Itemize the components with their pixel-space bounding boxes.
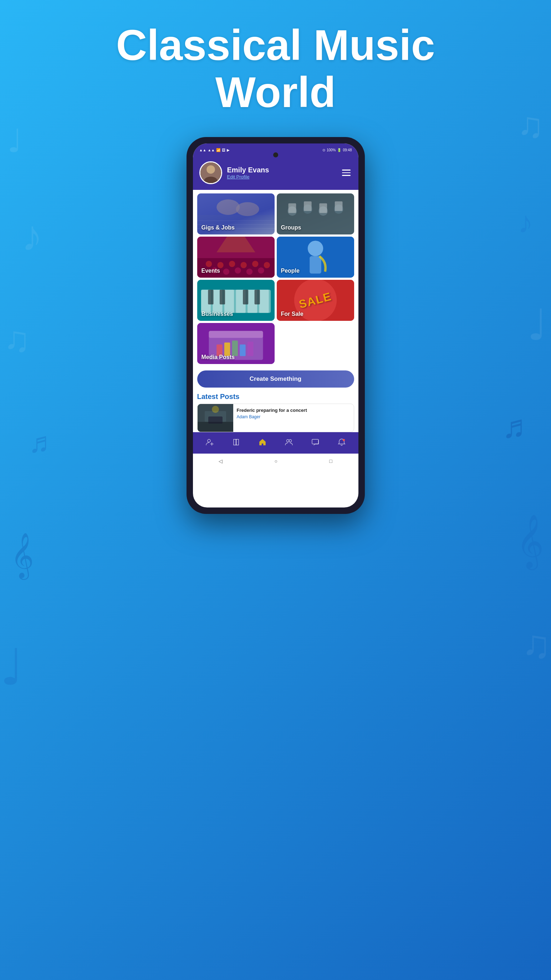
- for-sale-label: For Sale: [281, 311, 303, 317]
- svg-point-26: [264, 262, 270, 268]
- svg-rect-17: [319, 204, 327, 213]
- post-info: Frederic preparing for a concert Adam Ba…: [233, 404, 354, 432]
- svg-rect-47: [254, 290, 260, 304]
- user-info: Emily Evans Edit Profile: [227, 166, 336, 180]
- avatar: [199, 161, 222, 184]
- camera-dot: [273, 153, 278, 158]
- businesses-label: Businesses: [202, 311, 233, 317]
- events-label: Events: [202, 268, 220, 274]
- page-title: Classical Music World: [95, 21, 456, 116]
- svg-rect-45: [219, 290, 225, 304]
- avatar-image: [200, 162, 221, 183]
- category-grid: Gigs & Jobs: [193, 190, 359, 368]
- grid-item-groups[interactable]: Groups: [277, 193, 354, 234]
- people-icon: [285, 438, 293, 448]
- latest-posts-title: Latest Posts: [197, 393, 354, 401]
- latest-posts-section: Latest Posts Fr: [193, 390, 359, 432]
- hamburger-menu-button[interactable]: [341, 168, 352, 177]
- groups-label: Groups: [281, 224, 301, 231]
- svg-rect-44: [208, 290, 213, 304]
- status-left: ▲▲ ▲▲ 📶 🖼 ▶: [199, 148, 230, 152]
- svg-point-24: [240, 262, 246, 268]
- phone-screen: ▲▲ ▲▲ 📶 🖼 ▶ ⊙ 100% 🔋 09:48: [193, 143, 359, 508]
- user-name: Emily Evans: [227, 166, 336, 174]
- status-right: ⊙ 100% 🔋 09:48: [322, 148, 352, 152]
- media-posts-label: Media Posts: [202, 354, 235, 360]
- svg-rect-15: [288, 204, 296, 213]
- grid-item-gigs-jobs[interactable]: Gigs & Jobs: [197, 193, 275, 234]
- android-navigation: ◁ ○ □: [193, 453, 359, 469]
- phone-mockup: ▲▲ ▲▲ 📶 🖼 ▶ ⊙ 100% 🔋 09:48: [187, 137, 365, 514]
- svg-rect-57: [248, 342, 253, 356]
- svg-rect-52: [209, 331, 263, 338]
- svg-point-28: [223, 269, 229, 275]
- grid-item-for-sale[interactable]: SALE For Sale: [277, 280, 354, 321]
- book-icon: [232, 438, 240, 448]
- svg-rect-40: [224, 290, 233, 313]
- bell-icon: [338, 438, 346, 448]
- svg-rect-62: [208, 417, 222, 424]
- svg-point-9: [236, 202, 259, 216]
- nav-item-book[interactable]: [232, 438, 240, 448]
- svg-point-31: [258, 267, 264, 274]
- svg-point-23: [229, 261, 235, 267]
- android-recent-button[interactable]: □: [329, 458, 332, 464]
- svg-point-29: [235, 267, 241, 274]
- grid-item-media-posts[interactable]: Media Posts: [197, 323, 275, 364]
- grid-item-people[interactable]: People: [277, 237, 354, 278]
- svg-point-1: [206, 165, 215, 174]
- svg-rect-16: [303, 201, 311, 211]
- nav-item-add-person[interactable]: [206, 438, 214, 448]
- svg-point-25: [252, 261, 258, 267]
- add-person-icon: [206, 438, 214, 448]
- svg-point-30: [246, 269, 252, 275]
- svg-rect-18: [335, 201, 342, 211]
- svg-rect-46: [243, 290, 248, 304]
- nav-item-home[interactable]: [259, 438, 267, 448]
- svg-point-67: [286, 439, 289, 442]
- svg-rect-35: [310, 256, 321, 274]
- people-label: People: [281, 268, 300, 274]
- gigs-jobs-label: Gigs & Jobs: [202, 224, 235, 231]
- svg-rect-69: [312, 439, 319, 444]
- chat-icon: [311, 438, 319, 448]
- grid-item-events[interactable]: Events: [197, 237, 275, 278]
- svg-rect-56: [240, 344, 245, 356]
- create-something-button[interactable]: Create Something: [197, 371, 354, 388]
- svg-point-34: [307, 240, 323, 256]
- post-title: Frederic preparing for a concert: [237, 407, 350, 413]
- post-card[interactable]: Frederic preparing for a concert Adam Ba…: [197, 404, 354, 432]
- svg-point-61: [212, 406, 219, 413]
- post-author: Adam Bager: [237, 414, 350, 419]
- svg-point-68: [289, 439, 291, 442]
- svg-point-22: [217, 262, 223, 268]
- svg-point-63: [208, 439, 210, 442]
- edit-profile-link[interactable]: Edit Profile: [227, 174, 336, 180]
- svg-point-21: [205, 261, 211, 267]
- nav-item-people[interactable]: [285, 438, 293, 448]
- phone-frame: ▲▲ ▲▲ 📶 🖼 ▶ ⊙ 100% 🔋 09:48: [187, 137, 365, 514]
- svg-point-8: [216, 199, 240, 215]
- nav-item-bell[interactable]: [338, 438, 346, 448]
- svg-point-70: [343, 439, 345, 441]
- home-icon: [259, 438, 267, 448]
- android-home-button[interactable]: ○: [275, 458, 278, 464]
- android-back-button[interactable]: ◁: [219, 458, 222, 464]
- grid-item-businesses[interactable]: Businesses: [197, 280, 275, 321]
- app-header: Emily Evans Edit Profile: [193, 156, 359, 190]
- nav-item-chat[interactable]: [311, 438, 319, 448]
- post-thumbnail: [198, 404, 233, 432]
- svg-rect-43: [259, 290, 268, 313]
- bottom-navigation: [193, 432, 359, 453]
